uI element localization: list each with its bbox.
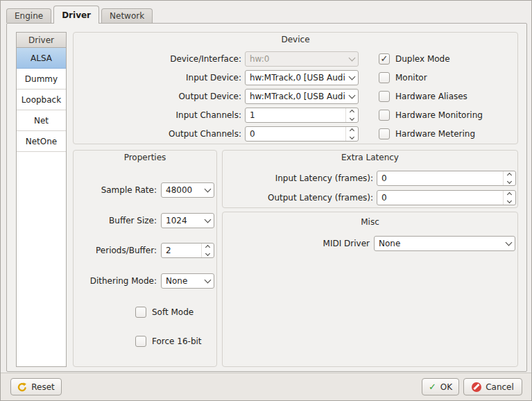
tab-label: Engine — [15, 11, 43, 21]
chevron-down-icon[interactable] — [205, 251, 210, 256]
spin-value: 0 — [377, 193, 503, 203]
combo-value: None — [375, 239, 502, 248]
input-latency-spinbox[interactable]: 0 — [377, 171, 516, 186]
monitor-checkbox[interactable]: Monitor — [379, 70, 427, 85]
chevron-down-icon — [201, 214, 214, 228]
input-channels-label: Input Channels: — [74, 108, 241, 123]
chevron-down-icon — [345, 71, 358, 85]
driver-item-netone[interactable]: NetOne — [17, 131, 66, 152]
button-label: Reset — [31, 382, 55, 392]
cancel-button[interactable]: Cancel — [463, 378, 522, 395]
chevron-down-icon — [201, 183, 214, 197]
tab-driver[interactable]: Driver — [53, 6, 99, 24]
driver-list: Driver ALSA Dummy Loopback Net NetOne — [16, 32, 67, 367]
tab-label: Network — [110, 11, 144, 21]
sample-rate-combo[interactable]: 48000 — [161, 182, 214, 198]
combo-value: hw:0 — [246, 54, 345, 64]
soft-mode-checkbox[interactable]: Soft Mode — [135, 305, 194, 320]
checkbox-label: Soft Mode — [152, 307, 194, 317]
chevron-up-icon[interactable] — [350, 128, 354, 133]
checkbox-label: Hardware Monitoring — [395, 110, 483, 120]
driver-item-net[interactable]: Net — [17, 110, 66, 131]
checkbox-label: Hardware Aliases — [395, 92, 467, 101]
driver-item-dummy[interactable]: Dummy — [17, 69, 66, 89]
chevron-down-icon — [201, 274, 214, 288]
check-icon: ✓ — [381, 54, 388, 63]
device-interface-label: Device/Interface: — [74, 51, 241, 67]
checkbox-box — [379, 110, 390, 121]
ok-button[interactable]: ✓ OK — [422, 378, 459, 395]
footer-bar: Reset ✓ OK Cancel — [1, 373, 531, 400]
chevron-up-icon[interactable] — [350, 110, 354, 114]
input-device-label: Input Device: — [74, 70, 241, 85]
output-channels-spinbox[interactable]: 0 — [245, 126, 359, 142]
buffer-size-label: Buffer Size: — [74, 213, 157, 228]
checkbox-box — [379, 128, 390, 139]
chevron-down-icon — [345, 52, 358, 66]
dithering-mode-combo[interactable]: None — [161, 273, 214, 289]
chevron-up-icon[interactable] — [507, 173, 512, 178]
properties-group-title: Properties — [74, 153, 216, 162]
duplex-mode-checkbox[interactable]: ✓ Duplex Mode — [379, 51, 450, 67]
checkbox-box — [135, 307, 146, 318]
force-16bit-checkbox[interactable]: Force 16-bit — [135, 334, 202, 349]
driver-item-loopback[interactable]: Loopback — [17, 89, 66, 110]
output-device-label: Output Device: — [74, 89, 241, 104]
qjackctl-setup-window: Engine Driver Network Driver ALSA Dummy … — [0, 0, 532, 401]
checkbox-box — [135, 336, 146, 347]
chevron-down-icon — [345, 89, 358, 103]
spin-value: 0 — [377, 173, 503, 183]
midi-driver-combo[interactable]: None — [374, 236, 515, 251]
button-label: OK — [440, 382, 452, 392]
device-group-title: Device — [74, 35, 517, 44]
output-channels-label: Output Channels: — [74, 126, 241, 142]
combo-value: 48000 — [162, 185, 201, 195]
driver-list-header: Driver — [17, 33, 66, 48]
spin-value: 1 — [246, 110, 345, 120]
reset-button[interactable]: Reset — [10, 378, 62, 395]
checkbox-box — [379, 72, 390, 83]
buffer-size-combo[interactable]: 1024 — [161, 213, 214, 228]
input-channels-spinbox[interactable]: 1 — [245, 108, 359, 123]
spin-value: 2 — [162, 246, 201, 255]
button-label: Cancel — [486, 382, 514, 392]
chevron-down-icon[interactable] — [350, 116, 354, 121]
hardware-monitoring-checkbox[interactable]: Hardware Monitoring — [379, 108, 483, 123]
checkbox-box: ✓ — [379, 53, 390, 65]
reset-icon — [17, 382, 27, 392]
sample-rate-label: Sample Rate: — [74, 182, 157, 198]
checkbox-label: Hardware Metering — [395, 129, 475, 139]
midi-driver-label: MIDI Driver — [223, 236, 370, 251]
output-device-combo[interactable]: hw:MTrack,0 [USB Audio] — [245, 89, 359, 104]
chevron-down-icon[interactable] — [350, 135, 354, 139]
spin-value: 0 — [246, 129, 345, 139]
checkbox-label: Force 16-bit — [152, 336, 202, 346]
chevron-down-icon[interactable] — [507, 198, 512, 203]
tab-bar: Engine Driver Network — [6, 6, 155, 24]
chevron-up-icon[interactable] — [507, 192, 512, 197]
misc-group: Misc MIDI Driver None — [222, 212, 518, 367]
device-interface-combo[interactable]: hw:0 — [245, 51, 359, 67]
hardware-metering-checkbox[interactable]: Hardware Metering — [379, 126, 475, 142]
extra-latency-group: Extra Latency Input Latency (frames): 0 … — [222, 150, 518, 208]
hardware-aliases-checkbox[interactable]: Hardware Aliases — [379, 89, 467, 104]
combo-value: hw:MTrack,0 [USB Audio] — [246, 92, 345, 101]
checkbox-label: Monitor — [395, 73, 427, 83]
input-device-combo[interactable]: hw:MTrack,0 [USB Audio] — [245, 70, 359, 85]
driver-item-alsa[interactable]: ALSA — [17, 48, 66, 69]
tab-network[interactable]: Network — [101, 8, 153, 23]
combo-value: 1024 — [162, 216, 201, 225]
tab-engine[interactable]: Engine — [6, 8, 51, 23]
periods-buffer-label: Periods/Buffer: — [74, 243, 157, 258]
cancel-icon — [472, 382, 481, 392]
periods-buffer-spinbox[interactable]: 2 — [161, 243, 214, 258]
spin-buttons — [345, 108, 358, 122]
dithering-mode-label: Dithering Mode: — [74, 273, 157, 289]
chevron-down-icon[interactable] — [507, 179, 512, 184]
misc-group-title: Misc — [223, 217, 517, 227]
output-latency-spinbox[interactable]: 0 — [377, 190, 516, 205]
combo-value: hw:MTrack,0 [USB Audio] — [246, 73, 345, 83]
combo-value: None — [162, 276, 201, 286]
spin-buttons — [201, 244, 214, 257]
chevron-up-icon[interactable] — [205, 245, 210, 250]
